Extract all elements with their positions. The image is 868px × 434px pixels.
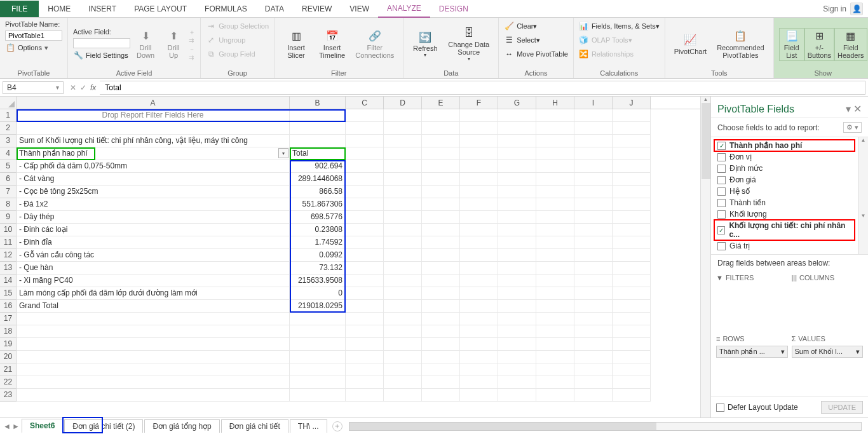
cell[interactable] bbox=[574, 236, 613, 249]
row-header[interactable]: 22 bbox=[0, 376, 17, 389]
cell[interactable] bbox=[384, 287, 422, 300]
cell[interactable] bbox=[498, 236, 536, 249]
cell[interactable] bbox=[536, 300, 574, 313]
cell[interactable] bbox=[290, 122, 346, 135]
row-header[interactable]: 2 bbox=[0, 122, 17, 135]
cell[interactable] bbox=[613, 147, 651, 160]
tab-insert[interactable]: INSERT bbox=[79, 1, 125, 17]
field-item[interactable]: ✓Thành phần hao phí bbox=[716, 140, 853, 151]
cell[interactable] bbox=[384, 313, 422, 325]
cell[interactable] bbox=[536, 186, 574, 198]
insert-slicer-button[interactable]: ▥Insert Slicer bbox=[280, 29, 313, 60]
gear-icon[interactable]: ⚙ ▾ bbox=[843, 122, 862, 133]
sheet-tab-5[interactable]: TH\ ... bbox=[290, 419, 327, 433]
row-header[interactable]: 20 bbox=[0, 351, 17, 363]
cell[interactable] bbox=[384, 275, 422, 287]
cell[interactable] bbox=[613, 109, 651, 122]
cell[interactable]: - Đá 1x2 bbox=[17, 198, 290, 211]
cell[interactable] bbox=[460, 186, 498, 198]
cell[interactable] bbox=[460, 338, 498, 351]
nav-prev[interactable]: ◄ bbox=[3, 422, 11, 431]
cell[interactable] bbox=[613, 224, 651, 236]
cell[interactable] bbox=[346, 198, 384, 211]
cell[interactable] bbox=[384, 363, 422, 376]
cell[interactable]: Sum of Khối lượng chi tiết: chi phí nhân… bbox=[17, 135, 290, 147]
cell[interactable]: 866.58 bbox=[290, 186, 346, 198]
field-headers-button[interactable]: ▦Field Headers bbox=[834, 28, 867, 61]
cell[interactable] bbox=[17, 389, 290, 402]
cell[interactable] bbox=[574, 173, 613, 186]
cell[interactable] bbox=[498, 389, 536, 402]
cell[interactable]: 215633.9508 bbox=[290, 275, 346, 287]
cell[interactable] bbox=[536, 147, 574, 160]
cell[interactable] bbox=[460, 275, 498, 287]
cell[interactable]: - Cọc bê tông 25x25cm bbox=[17, 186, 290, 198]
row-header[interactable]: 6 bbox=[0, 173, 17, 186]
row-header[interactable]: 18 bbox=[0, 325, 17, 338]
cell[interactable] bbox=[536, 198, 574, 211]
row-header[interactable]: 9 bbox=[0, 211, 17, 224]
cell[interactable] bbox=[536, 376, 574, 389]
cell[interactable] bbox=[422, 135, 460, 147]
tab-file[interactable]: FILE bbox=[0, 1, 39, 17]
area-columns[interactable]: |||COLUMNS bbox=[792, 274, 864, 331]
cell[interactable] bbox=[346, 135, 384, 147]
cell[interactable] bbox=[498, 262, 536, 275]
field-item[interactable]: Định mức bbox=[716, 163, 853, 174]
cell[interactable] bbox=[574, 122, 613, 135]
row-header[interactable]: 19 bbox=[0, 338, 17, 351]
cell[interactable] bbox=[384, 173, 422, 186]
row-header[interactable]: 10 bbox=[0, 224, 17, 236]
cell[interactable] bbox=[384, 262, 422, 275]
cell[interactable] bbox=[460, 211, 498, 224]
cell[interactable] bbox=[346, 122, 384, 135]
cell[interactable] bbox=[384, 224, 422, 236]
cell[interactable] bbox=[346, 338, 384, 351]
cell[interactable] bbox=[536, 236, 574, 249]
cell[interactable] bbox=[290, 389, 346, 402]
cell[interactable] bbox=[574, 363, 613, 376]
cell[interactable] bbox=[498, 109, 536, 122]
row-header[interactable]: 7 bbox=[0, 186, 17, 198]
cell[interactable] bbox=[574, 135, 613, 147]
cell[interactable] bbox=[422, 389, 460, 402]
row-header[interactable]: 1 bbox=[0, 109, 17, 122]
cell[interactable]: 698.5776 bbox=[290, 211, 346, 224]
cell[interactable]: - Que hàn bbox=[17, 262, 290, 275]
cell[interactable] bbox=[536, 389, 574, 402]
cell[interactable] bbox=[613, 376, 651, 389]
cell[interactable] bbox=[346, 147, 384, 160]
cell[interactable] bbox=[346, 300, 384, 313]
cell[interactable] bbox=[384, 236, 422, 249]
cell[interactable] bbox=[536, 160, 574, 173]
clear-button[interactable]: 🧹Clear ▾ bbox=[504, 20, 537, 32]
select-button[interactable]: ☰Select ▾ bbox=[504, 34, 540, 46]
horizontal-scrollbar[interactable] bbox=[349, 422, 862, 431]
cell[interactable]: - Đinh đỉa bbox=[17, 236, 290, 249]
col-header-G[interactable]: G bbox=[498, 97, 536, 109]
sheet-tab-4[interactable]: Đơn giá chi tiết bbox=[221, 419, 288, 433]
cell[interactable] bbox=[536, 224, 574, 236]
cell[interactable] bbox=[346, 186, 384, 198]
cell[interactable] bbox=[498, 160, 536, 173]
cell[interactable] bbox=[460, 160, 498, 173]
tab-data[interactable]: DATA bbox=[256, 1, 293, 17]
cell[interactable] bbox=[346, 389, 384, 402]
row-header[interactable]: 15 bbox=[0, 287, 17, 300]
tab-page-layout[interactable]: PAGE LAYOUT bbox=[125, 1, 196, 17]
cell[interactable] bbox=[613, 300, 651, 313]
area-rows[interactable]: ≡ROWS Thành phần ...▾ bbox=[716, 335, 788, 392]
sheet-tab-3[interactable]: Đơn giá tổng hợp bbox=[144, 419, 219, 433]
cell[interactable] bbox=[574, 249, 613, 262]
field-item[interactable]: Đơn giá bbox=[716, 174, 853, 186]
cell[interactable]: - Cấp phối đá dăm 0,075-50mm bbox=[17, 160, 290, 173]
cell[interactable] bbox=[613, 173, 651, 186]
new-sheet-button[interactable]: + bbox=[332, 421, 342, 431]
col-header-E[interactable]: E bbox=[422, 97, 460, 109]
cell[interactable] bbox=[574, 313, 613, 325]
cell[interactable] bbox=[422, 147, 460, 160]
cell[interactable] bbox=[498, 211, 536, 224]
tab-home[interactable]: HOME bbox=[39, 1, 79, 17]
enter-icon[interactable]: ✓ bbox=[80, 83, 86, 92]
row-header[interactable]: 21 bbox=[0, 363, 17, 376]
